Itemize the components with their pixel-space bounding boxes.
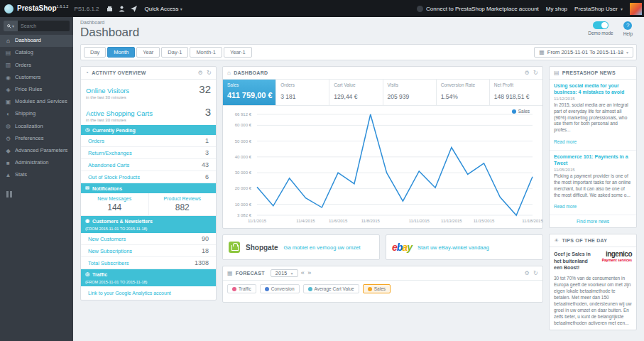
filter-year-1-button[interactable]: Year-1 [224, 47, 252, 58]
filter-month-1-button[interactable]: Month-1 [190, 47, 222, 58]
out-of-stock-link[interactable]: Out of Stock Products [88, 174, 140, 180]
marketplace-link[interactable]: Connect to PrestaShop Marketplace accoun… [417, 6, 539, 12]
envelope-icon: ✉ [85, 185, 89, 191]
customers-date-range: (FROM 2015-11-01 TO 2015-11-18) [85, 227, 212, 231]
sidebar-item-preferences[interactable]: ⚙Preferences [0, 133, 73, 145]
year-select[interactable]: 2015▾ [271, 269, 298, 277]
abandoned-carts-link[interactable]: Abandoned Carts [88, 162, 129, 168]
user-menu[interactable]: PrestaShop User ▾ [574, 6, 623, 12]
sidebar-item-localization[interactable]: ◍Localization [0, 120, 73, 132]
shop-front-icon[interactable] [107, 6, 113, 12]
traffic-dot-icon [232, 287, 236, 291]
sidebar-item-dashboard[interactable]: ⌂Dashboard [0, 35, 73, 47]
ebay-promo[interactable]: ebay Start uw eBay-winkel vandaag [386, 234, 543, 260]
filter-month-button[interactable]: Month [107, 47, 135, 58]
sales-chart: Sales 66 912 €60 000 €50 000 €40 000 €30… [227, 110, 538, 227]
module-promos: Shopgate Ga mobiel en verhoog uw omzet e… [222, 234, 543, 260]
read-more-link[interactable]: Read more [554, 204, 577, 209]
refresh-icon[interactable]: ↻ [533, 270, 538, 276]
topbar-shortcut-icons [107, 6, 137, 12]
sidebar-item-catalog[interactable]: ▤Catalog [0, 47, 73, 59]
search-input[interactable] [18, 21, 70, 31]
sidebar-item-shipping[interactable]: ◐Shipping [0, 108, 73, 120]
brand-version-sup: 1.6.1.2 [57, 4, 69, 9]
kpi-cart-value[interactable]: Cart Value129,44 € [329, 80, 383, 105]
sidebar-item-customers[interactable]: ◉Customers [0, 72, 73, 84]
ingenico-brand-sub: Payment services [595, 258, 632, 262]
next-page-button[interactable]: » [307, 270, 311, 276]
refresh-icon[interactable]: ↻ [207, 70, 212, 76]
active-carts-value: 3 [205, 106, 211, 118]
kpi-net-profit[interactable]: Net Profit148 918,51 € [490, 80, 542, 105]
kpi-conversion-rate[interactable]: Conversion Rate1.54% [437, 80, 490, 105]
sidebar-item-administration[interactable]: ■Administration [0, 157, 73, 169]
sidebar-item-advanced-parameters[interactable]: ◆Advanced Parameters [0, 145, 73, 157]
collapse-sidebar-button[interactable] [6, 191, 13, 197]
forecast-legend-average-cart-value[interactable]: Average Cart Value [303, 284, 359, 293]
ebay-promo-link[interactable]: Start uw eBay-winkel vandaag [417, 244, 489, 251]
demo-mode-toggle[interactable] [593, 21, 608, 29]
new-customers-link[interactable]: New Customers [88, 236, 126, 242]
shopgate-promo-link[interactable]: Ga mobiel en verhoog uw omzet [284, 244, 361, 251]
x-axis-tick: 11/8/2015 [361, 219, 380, 223]
y-axis-tick: 66 912 € [235, 112, 251, 117]
google-analytics-link[interactable]: Link to your Google Analytics account [81, 286, 216, 300]
gear-icon[interactable]: ⚙ [525, 70, 530, 76]
plane-icon[interactable] [131, 6, 137, 12]
preferences-icon: ⚙ [5, 136, 11, 142]
gear-icon[interactable]: ⚙ [525, 270, 530, 276]
demo-mode-control: Demo mode [588, 21, 613, 36]
shopgate-name: Shopgate [246, 244, 278, 251]
x-axis-tick: 11/11/2015 [409, 219, 430, 223]
active-carts-link[interactable]: Active Shopping Carts [86, 109, 205, 117]
online-visitors-link[interactable]: Online Visitors [86, 87, 199, 94]
pending-orders-link[interactable]: Orders [88, 138, 104, 144]
demo-mode-label: Demo mode [588, 31, 613, 36]
news-article-title[interactable]: Using social media for your business: 4 … [554, 82, 632, 95]
forecast-legend: Traffic Conversion Average Cart Value Sa… [223, 281, 542, 302]
price-rules-icon: ◈ [5, 87, 11, 93]
shopgate-promo[interactable]: Shopgate Ga mobiel en verhoog uw omzet [222, 234, 380, 260]
dashboard-panel-title: DASHBOARD [234, 70, 268, 75]
quick-access-menu[interactable]: Quick Access ▾ [145, 6, 182, 12]
forecast-legend-sales[interactable]: Sales [363, 284, 391, 293]
my-shop-link[interactable]: My shop [546, 6, 567, 12]
sidebar-item-price-rules[interactable]: ◈Price Rules [0, 84, 73, 96]
forecast-icon: ▦ [227, 270, 233, 276]
refresh-icon[interactable]: ↻ [533, 70, 538, 76]
user-avatar[interactable] [630, 3, 642, 15]
kpi-orders[interactable]: Orders3 181 [276, 80, 329, 105]
search-scope-dropdown[interactable]: ▾ [4, 21, 18, 31]
forecast-legend-traffic[interactable]: Traffic [227, 284, 256, 293]
sidebar-item-orders[interactable]: ▥Orders [0, 59, 73, 71]
prestashop-logo-icon [4, 4, 13, 13]
total-subscribers-link[interactable]: Total Subscribers [88, 260, 129, 266]
notifications-header: ✉Notifications [81, 183, 216, 193]
chart-legend[interactable]: Sales [512, 109, 530, 114]
customer-icon[interactable] [119, 6, 125, 12]
news-article-excerpt: In 2015, social media are an integral pa… [554, 102, 632, 134]
kpi-sales[interactable]: Sales411 759,00 € [223, 80, 276, 105]
chevron-down-icon: ▾ [621, 6, 623, 11]
filter-day-button[interactable]: Day [84, 47, 106, 58]
product-reviews-metric[interactable]: Product Reviews882 [148, 193, 217, 215]
sidebar: ▾ ⌂Dashboard ▤Catalog ▥Orders ◉Customers… [0, 17, 73, 341]
forecast-legend-conversion[interactable]: Conversion [260, 284, 300, 293]
kpi-visits[interactable]: Visits205 939 [383, 80, 437, 105]
find-more-news-link[interactable]: Find more news [550, 215, 636, 227]
sidebar-item-modules[interactable]: ▣Modules and Services [0, 96, 73, 108]
gear-icon[interactable]: ⚙ [198, 70, 203, 76]
sidebar-item-stats[interactable]: ▲Stats [0, 169, 73, 181]
filter-year-button[interactable]: Year [136, 47, 160, 58]
topbar-right: Connect to PrestaShop Marketplace accoun… [417, 3, 644, 15]
previous-page-button[interactable]: « [301, 270, 305, 276]
read-more-link[interactable]: Read more [554, 139, 577, 144]
pending-row: Orders1 [81, 135, 216, 147]
help-icon[interactable]: ? [623, 21, 632, 30]
new-subscriptions-link[interactable]: New Subscriptions [88, 248, 132, 254]
new-messages-metric[interactable]: New Messages144 [81, 193, 148, 215]
filter-day-1-button[interactable]: Day-1 [161, 47, 188, 58]
news-article-title[interactable]: Ecommerce 101: Payments in a Tweet [554, 153, 632, 166]
date-range-picker[interactable]: ▦ From 2015-11-01 To 2015-11-18 ▾ [534, 47, 633, 58]
pending-returns-link[interactable]: Return/Exchanges [88, 150, 132, 156]
